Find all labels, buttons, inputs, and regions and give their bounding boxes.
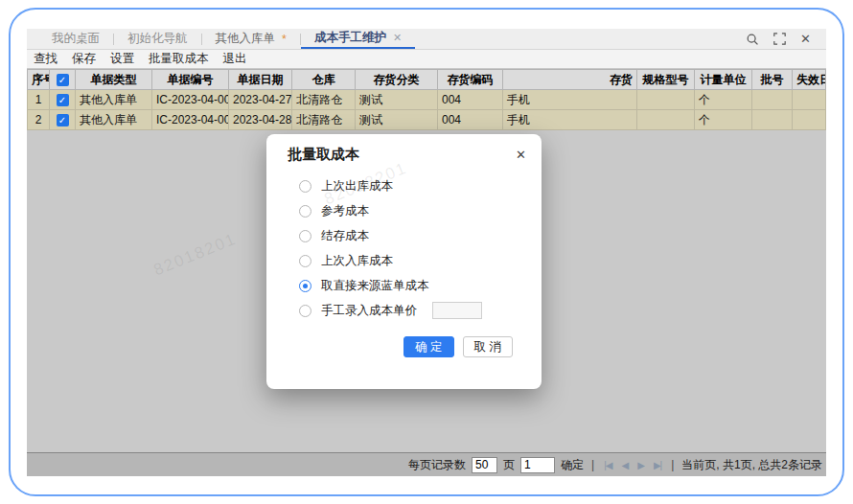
first-page-icon[interactable]: |◀ bbox=[602, 460, 613, 470]
option-balance-cost[interactable]: 结存成本 bbox=[299, 229, 542, 242]
cell-doc-type: 其他入库单 bbox=[76, 90, 152, 110]
radio-icon[interactable] bbox=[299, 255, 311, 267]
cancel-button[interactable]: 取 消 bbox=[463, 336, 513, 357]
page-label: 页 bbox=[503, 457, 515, 473]
cell-spec-model bbox=[637, 110, 695, 130]
row-checkbox[interactable] bbox=[57, 94, 69, 106]
close-icon[interactable]: ✕ bbox=[800, 33, 811, 45]
col-seq: 序号 bbox=[28, 70, 50, 90]
tab-other-inbound-order[interactable]: 其他入库单 * bbox=[202, 29, 300, 49]
col-inventory-code: 存货编码 bbox=[438, 70, 503, 90]
tab-label: 初始化导航 bbox=[127, 31, 188, 47]
tab-label: 成本手工维护 bbox=[314, 30, 386, 46]
option-label: 上次出库成本 bbox=[321, 178, 393, 195]
dialog-header: 批量取成本 ✕ bbox=[266, 134, 542, 164]
col-inventory-class: 存货分类 bbox=[356, 70, 438, 90]
save-button[interactable]: 保存 bbox=[72, 51, 96, 67]
document-grid: 序号 单据类型 单据编号 单据日期 仓库 存货分类 存货编码 存货 规格型号 计… bbox=[27, 69, 826, 130]
cell-doc-no: IC-2023-04-0004 bbox=[152, 110, 229, 130]
fullscreen-icon[interactable] bbox=[773, 33, 786, 45]
tab-init-navigation[interactable]: 初始化导航 bbox=[114, 29, 201, 49]
per-page-input[interactable] bbox=[472, 457, 497, 473]
record-summary: 当前页, 共1页, 总共2条记录 bbox=[681, 457, 822, 473]
table-row[interactable]: 2 其他入库单 IC-2023-04-0004 2023-04-28 北清路仓 … bbox=[28, 110, 826, 130]
tab-my-desktop[interactable]: 我的桌面 bbox=[38, 29, 113, 49]
col-expiry-date: 失效日期 bbox=[793, 70, 826, 90]
cell-inventory-code: 004 bbox=[438, 90, 503, 110]
cell-expiry-date bbox=[793, 110, 826, 130]
col-doc-type: 单据类型 bbox=[76, 70, 152, 90]
option-reference-cost[interactable]: 参考成本 bbox=[299, 204, 542, 218]
separator: | bbox=[589, 458, 596, 471]
page: 我的桌面 初始化导航 其他入库单 * 成本手工维护 ✕ bbox=[0, 0, 853, 504]
window-action-icons: ✕ bbox=[746, 29, 826, 49]
tab-label: 其他入库单 bbox=[216, 31, 276, 47]
cell-doc-no: IC-2023-04-0002 bbox=[152, 90, 229, 110]
exit-button[interactable]: 退出 bbox=[223, 51, 247, 67]
radio-icon[interactable] bbox=[299, 305, 311, 317]
search-icon[interactable] bbox=[746, 33, 759, 46]
status-bar: 每页记录数 页 确定 | |◀ ◀ ▶ ▶| | 当前页, 共1页, 总共2条记… bbox=[27, 452, 826, 476]
option-last-inbound-cost[interactable]: 上次入库成本 bbox=[299, 254, 542, 267]
cell-select bbox=[50, 90, 76, 110]
cell-doc-type: 其他入库单 bbox=[76, 110, 152, 130]
cell-inventory-class: 测试 bbox=[356, 90, 438, 110]
option-manual-unit-cost[interactable]: 手工录入成本单价 bbox=[299, 304, 542, 317]
separator: | bbox=[669, 458, 676, 471]
row-checkbox[interactable] bbox=[57, 114, 69, 126]
cell-doc-date: 2023-04-27 bbox=[229, 90, 292, 110]
col-select-all bbox=[50, 70, 76, 90]
select-all-checkbox[interactable] bbox=[57, 74, 69, 86]
prev-page-icon[interactable]: ◀ bbox=[619, 460, 630, 470]
find-button[interactable]: 查找 bbox=[34, 51, 58, 67]
cell-doc-date: 2023-04-28 bbox=[229, 110, 292, 130]
radio-icon[interactable] bbox=[299, 205, 311, 218]
cost-option-list: 上次出库成本 参考成本 结存成本 上次入库成本 取直接来源蓝单成本 手工录入成本… bbox=[266, 164, 542, 317]
radio-icon[interactable] bbox=[299, 180, 311, 193]
cell-seq: 2 bbox=[28, 110, 50, 130]
per-page-label: 每页记录数 bbox=[408, 457, 466, 473]
manual-cost-input[interactable] bbox=[432, 302, 482, 319]
col-doc-no: 单据编号 bbox=[152, 70, 229, 90]
cell-inventory: 手机 bbox=[503, 90, 637, 110]
page-input[interactable] bbox=[520, 457, 555, 473]
option-label: 上次入库成本 bbox=[321, 253, 393, 269]
col-batch-no: 批号 bbox=[752, 70, 793, 90]
cell-unit: 个 bbox=[695, 110, 752, 130]
cell-expiry-date bbox=[793, 90, 826, 110]
cell-warehouse: 北清路仓 bbox=[292, 110, 356, 130]
next-page-icon[interactable]: ▶ bbox=[635, 460, 646, 470]
confirm-button[interactable]: 确 定 bbox=[403, 336, 453, 357]
col-unit: 计量单位 bbox=[695, 70, 752, 90]
option-label: 手工录入成本单价 bbox=[321, 303, 417, 319]
toolbar: 查找 保存 设置 批量取成本 退出 bbox=[27, 50, 826, 69]
cell-batch-no bbox=[752, 110, 793, 130]
grid-header-row: 序号 单据类型 单据编号 单据日期 仓库 存货分类 存货编码 存货 规格型号 计… bbox=[28, 70, 826, 90]
cell-seq: 1 bbox=[28, 90, 50, 110]
option-label: 结存成本 bbox=[321, 228, 369, 244]
cell-inventory-class: 测试 bbox=[356, 110, 438, 130]
last-page-icon[interactable]: ▶| bbox=[652, 460, 663, 470]
batch-cost-button[interactable]: 批量取成本 bbox=[149, 51, 209, 67]
option-direct-source-blue-doc-cost[interactable]: 取直接来源蓝单成本 bbox=[299, 279, 542, 292]
table-row[interactable]: 1 其他入库单 IC-2023-04-0002 2023-04-27 北清路仓 … bbox=[28, 90, 826, 110]
cell-spec-model bbox=[637, 90, 695, 110]
dialog-close-icon[interactable]: ✕ bbox=[516, 148, 526, 162]
cell-inventory-code: 004 bbox=[438, 110, 503, 130]
tab-cost-manual-maintenance[interactable]: 成本手工维护 ✕ bbox=[301, 29, 415, 49]
col-spec-model: 规格型号 bbox=[637, 70, 695, 90]
tab-close-icon[interactable]: ✕ bbox=[393, 32, 402, 44]
option-last-outbound-cost[interactable]: 上次出库成本 bbox=[299, 179, 542, 193]
watermark: 82018201 bbox=[151, 230, 240, 281]
batch-cost-dialog: 82018201 批量取成本 ✕ 上次出库成本 参考成本 结存成本 上次入库成本 bbox=[266, 134, 542, 389]
radio-icon[interactable] bbox=[299, 230, 311, 242]
settings-button[interactable]: 设置 bbox=[110, 51, 134, 67]
col-doc-date: 单据日期 bbox=[229, 70, 292, 90]
tab-bar: 我的桌面 初始化导航 其他入库单 * 成本手工维护 ✕ bbox=[27, 29, 826, 50]
tab-label: 我的桌面 bbox=[52, 31, 100, 47]
col-warehouse: 仓库 bbox=[292, 70, 356, 90]
option-label: 取直接来源蓝单成本 bbox=[321, 278, 429, 294]
cell-warehouse: 北清路仓 bbox=[292, 90, 356, 110]
radio-icon-selected[interactable] bbox=[299, 280, 311, 292]
page-confirm-button[interactable]: 确定 bbox=[561, 457, 584, 473]
